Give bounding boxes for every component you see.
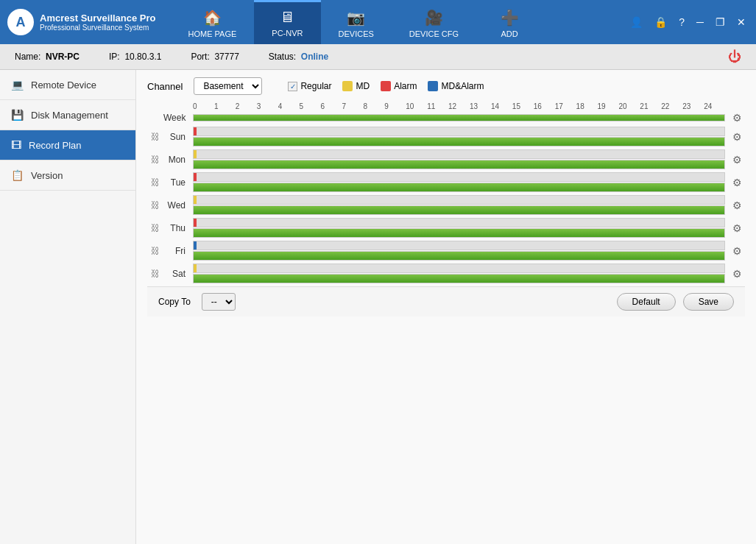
hour-4: 4 — [278, 102, 300, 110]
week-label: Week — [163, 113, 189, 123]
copy-dropdown[interactable]: -- — [202, 293, 236, 311]
tue-gear-button[interactable]: ⚙ — [729, 177, 745, 188]
week-bar[interactable] — [193, 114, 725, 121]
thu-bar-2[interactable] — [193, 228, 725, 238]
minimize-btn[interactable]: ─ — [693, 15, 707, 29]
sun-bar-1[interactable] — [193, 127, 725, 136]
legend-regular-label: Regular — [300, 81, 331, 91]
ip-label: IP: 10.80.3.1 — [109, 52, 161, 62]
sat-link-icon: ⛓ — [147, 269, 163, 279]
sat-bar-1[interactable] — [193, 264, 725, 273]
wed-link-icon: ⛓ — [147, 200, 163, 211]
channel-select[interactable]: Basement — [194, 77, 262, 95]
hour-24: 24 — [704, 102, 725, 110]
nav-tabs: 🏠 HOME PAGE 🖥 PC-NVR 📷 DEVICES 🎥 DEVICE … — [171, 0, 628, 44]
sun-link-icon: ⛓ — [147, 132, 163, 142]
hour-22: 22 — [661, 102, 682, 110]
sun-bar-2[interactable] — [193, 137, 725, 146]
fri-gear-button[interactable]: ⚙ — [729, 245, 745, 257]
sun-label: Sun — [163, 132, 189, 142]
fri-bars[interactable] — [193, 241, 725, 261]
thu-bars[interactable] — [193, 218, 725, 239]
mon-bar-1[interactable] — [193, 149, 725, 159]
restore-btn[interactable]: ❐ — [713, 15, 728, 29]
tab-devicecfg-label: DEVICE CFG — [409, 29, 459, 38]
thu-gear-button[interactable]: ⚙ — [729, 222, 745, 234]
save-button[interactable]: Save — [683, 293, 734, 311]
hour-17: 17 — [555, 102, 576, 110]
remote-device-icon: 💻 — [11, 79, 24, 91]
alarm-dot — [381, 81, 391, 91]
hour-1: 1 — [214, 102, 236, 110]
hour-0: 0 — [193, 102, 214, 110]
sidebar-item-remote-device[interactable]: 💻 Remote Device — [0, 70, 135, 100]
default-button[interactable]: Default — [617, 293, 676, 311]
wed-gear-button[interactable]: ⚙ — [729, 199, 745, 211]
fri-bar-2[interactable] — [193, 251, 725, 261]
fri-link-icon: ⛓ — [147, 246, 163, 256]
mon-label: Mon — [163, 155, 189, 165]
legend-alarm: Alarm — [381, 81, 417, 91]
hour-20: 20 — [618, 102, 640, 110]
week-green-bar — [194, 115, 724, 121]
window-controls: 👤 🔒 ? ─ ❐ ✕ — [627, 15, 749, 29]
tue-red — [194, 173, 197, 181]
tab-pcnvr[interactable]: 🖥 PC-NVR — [254, 0, 320, 44]
channel-dropdown[interactable]: Basement — [194, 77, 262, 95]
app-subtitle: Professional Surveillance System — [40, 24, 156, 32]
mon-gear-button[interactable]: ⚙ — [729, 154, 745, 166]
tab-devicecfg[interactable]: 🎥 DEVICE CFG — [392, 0, 476, 44]
mon-bar-2[interactable] — [193, 160, 725, 169]
sidebar-item-disk-management[interactable]: 💾 Disk Management — [0, 100, 135, 130]
fri-bar-1[interactable] — [193, 241, 725, 250]
mon-link-icon: ⛓ — [147, 155, 163, 165]
sat-label: Sat — [163, 269, 189, 279]
legend-regular: ✓ Regular — [288, 81, 331, 91]
pcnvr-icon: 🖥 — [280, 9, 294, 26]
sidebar-item-record-plan[interactable]: 🎞 Record Plan — [0, 130, 135, 160]
wed-bars[interactable] — [193, 195, 725, 216]
tue-bars[interactable] — [193, 172, 725, 193]
disk-management-icon: 💾 — [11, 109, 24, 121]
fri-blue — [194, 241, 197, 250]
copy-to-select[interactable]: -- — [202, 293, 236, 311]
hour-23: 23 — [682, 102, 704, 110]
sidebar-item-version[interactable]: 📋 Version — [0, 160, 135, 191]
sat-yellow — [194, 264, 197, 272]
mon-bars[interactable] — [193, 149, 725, 170]
version-icon: 📋 — [11, 169, 24, 181]
tue-bar-1[interactable] — [193, 172, 725, 182]
hour-18: 18 — [576, 102, 598, 110]
sun-gear-button[interactable]: ⚙ — [729, 131, 745, 143]
tab-devices[interactable]: 📷 DEVICES — [321, 0, 392, 44]
port-value: 37777 — [214, 52, 239, 62]
wed-bar-1[interactable] — [193, 195, 725, 205]
wed-bar-2[interactable] — [193, 205, 725, 215]
app-logo: A Amcrest Surveillance Pro Professional … — [7, 9, 156, 35]
sat-bar-2[interactable] — [193, 274, 725, 283]
sidebar-label-version: Version — [31, 170, 63, 181]
sun-red — [194, 127, 197, 135]
week-bars[interactable] — [193, 114, 725, 122]
user-icon[interactable]: 👤 — [627, 15, 646, 29]
tab-homepage[interactable]: 🏠 HOME PAGE — [171, 0, 255, 44]
sun-bars[interactable] — [193, 127, 725, 147]
week-gear-button[interactable]: ⚙ — [729, 112, 745, 124]
thu-red — [194, 219, 197, 227]
hour-19: 19 — [598, 102, 619, 110]
devicecfg-icon: 🎥 — [425, 9, 443, 27]
tue-bar-2[interactable] — [193, 183, 725, 192]
copy-to-label: Copy To — [158, 297, 191, 307]
lock-icon[interactable]: 🔒 — [651, 15, 670, 29]
thu-bar-1[interactable] — [193, 218, 725, 227]
sat-gear-button[interactable]: ⚙ — [729, 268, 745, 280]
legend-mdalarm-label: MD&Alarm — [441, 81, 484, 91]
close-btn[interactable]: ✕ — [734, 15, 749, 29]
sat-bars[interactable] — [193, 264, 725, 284]
add-icon: ➕ — [501, 9, 519, 27]
sidebar: 💻 Remote Device 💾 Disk Management 🎞 Reco… — [0, 70, 136, 544]
power-button[interactable]: ⏻ — [728, 49, 741, 65]
tab-add[interactable]: ➕ ADD — [476, 0, 543, 44]
mon-yellow — [194, 150, 197, 158]
help-icon[interactable]: ? — [676, 15, 688, 29]
